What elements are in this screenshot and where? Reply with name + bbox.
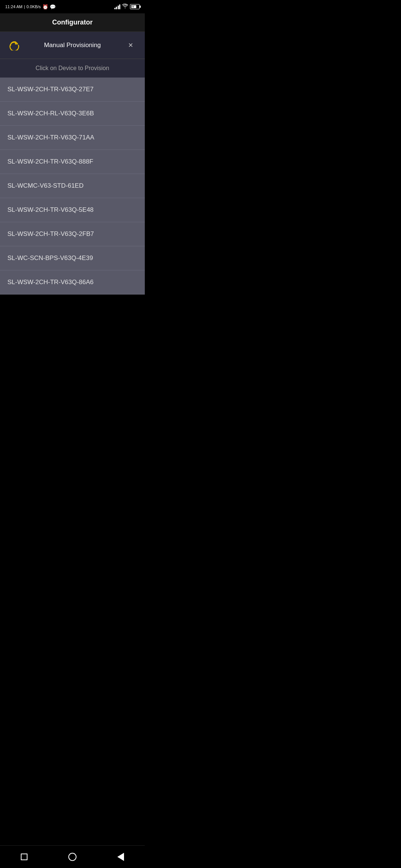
status-time: 11:24 AM — [5, 4, 22, 9]
main-content: Manual Provisioning × Click on Device to… — [0, 32, 145, 317]
device-name: SL-WSW-2CH-RL-V63Q-3E6B — [7, 110, 94, 117]
whatsapp-icon: 💬 — [50, 4, 56, 10]
dialog-title: Manual Provisioning — [21, 42, 124, 49]
battery-icon: 77 — [130, 4, 140, 9]
device-list-item[interactable]: SL-WSW-2CH-RL-V63Q-3E6B — [0, 102, 145, 126]
close-button[interactable]: × — [124, 39, 137, 52]
app-bar-title: Configurator — [52, 19, 93, 26]
device-list-item[interactable]: SL-WSW-2CH-TR-V63Q-27E7 — [0, 78, 145, 102]
device-name: SL-WSW-2CH-TR-V63Q-27E7 — [7, 86, 94, 93]
device-list-item[interactable]: SL-WSW-2CH-TR-V63Q-5E48 — [0, 198, 145, 222]
device-name: SL-WC-SCN-BPS-V63Q-4E39 — [7, 254, 93, 262]
subtitle-bar: Click on Device to Provision — [0, 59, 145, 78]
device-name: SL-WSW-2CH-TR-V63Q-2FB7 — [7, 230, 94, 237]
dialog-header: Manual Provisioning × — [0, 32, 145, 59]
status-indicators: 77 — [114, 4, 140, 10]
device-list-item[interactable]: SL-WC-SCN-BPS-V63Q-4E39 — [0, 246, 145, 270]
signal-icon — [114, 4, 121, 9]
device-name: SL-WCMC-V63-STD-61ED — [7, 182, 84, 189]
status-bar: 11:24 AM | 0.0KB/s ⏰ 💬 77 — [0, 0, 145, 13]
device-list-item[interactable]: SL-WSW-2CH-TR-V63Q-71AA — [0, 126, 145, 150]
device-name: SL-WSW-2CH-TR-V63Q-888F — [7, 158, 93, 165]
status-network: 0.0KB/s — [26, 4, 41, 9]
device-list: SL-WSW-2CH-TR-V63Q-27E7SL-WSW-2CH-RL-V63… — [0, 78, 145, 295]
device-list-item[interactable]: SL-WSW-2CH-TR-V63Q-888F — [0, 150, 145, 174]
device-name: SL-WSW-2CH-TR-V63Q-71AA — [7, 134, 94, 141]
wifi-icon — [122, 4, 128, 10]
device-name: SL-WSW-2CH-TR-V63Q-86A6 — [7, 279, 94, 286]
status-time-network: 11:24 AM | 0.0KB/s ⏰ 💬 — [5, 4, 56, 10]
device-list-item[interactable]: SL-WSW-2CH-TR-V63Q-2FB7 — [0, 222, 145, 246]
device-list-item[interactable]: SL-WSW-2CH-TR-V63Q-86A6 — [0, 270, 145, 295]
device-name: SL-WSW-2CH-TR-V63Q-5E48 — [7, 206, 94, 213]
app-bar: Configurator — [0, 13, 145, 32]
refresh-button[interactable] — [7, 39, 21, 52]
subtitle-text: Click on Device to Provision — [36, 65, 109, 71]
status-separator: | — [24, 4, 25, 9]
device-list-item[interactable]: SL-WCMC-V63-STD-61ED — [0, 174, 145, 198]
alarm-icon: ⏰ — [42, 4, 48, 10]
